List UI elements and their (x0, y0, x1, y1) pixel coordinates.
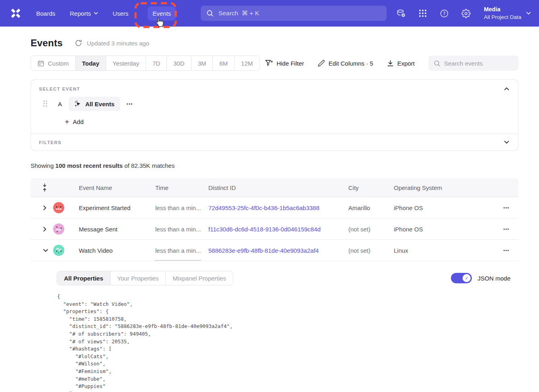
date-option-30d[interactable]: 30D (167, 56, 191, 70)
properties-tabs: All Properties Your Properties Mixpanel … (57, 271, 233, 285)
table-toolbar: Hide Filter Edit Columns · 5 (265, 56, 518, 71)
hide-filter-button[interactable]: Hide Filter (265, 60, 304, 67)
chevron-down-icon (94, 12, 98, 15)
events-content: Events Updated 3 minutes ago (0, 37, 539, 392)
search-icon (434, 60, 440, 67)
collapse-rows-icon[interactable] (42, 183, 53, 192)
drag-handle[interactable] (43, 101, 47, 107)
date-option-yesterday[interactable]: Yesterday (106, 56, 146, 70)
chevron-down-icon (526, 12, 531, 15)
event-time: less than a min... (155, 247, 208, 254)
distinct-id-link[interactable]: f11c30d6-dc6d-4518-9136-0d046159c84d (208, 226, 348, 233)
user-avatar[interactable] (53, 245, 64, 256)
event-name: Experiment Started (79, 204, 155, 211)
add-event-button[interactable]: + Add (65, 118, 84, 126)
nav-item-users[interactable]: Users (113, 10, 128, 17)
global-search[interactable] (201, 6, 387, 21)
settings-icon[interactable] (461, 8, 471, 18)
filters-section: FILTERS (31, 134, 518, 151)
col-event-name[interactable]: Event Name (79, 184, 155, 191)
col-city[interactable]: City (348, 184, 394, 191)
expand-row-icon[interactable] (42, 225, 53, 233)
event-os: iPhone OS (394, 226, 494, 233)
event-time: less than a min... (155, 204, 208, 211)
project-name: Media (484, 6, 521, 14)
expand-filters-icon[interactable] (503, 140, 510, 145)
mixpanel-events-page: Boards Reports Users Events (0, 0, 539, 392)
tab-your-properties[interactable]: Your Properties (110, 271, 166, 285)
search-events-input[interactable] (444, 60, 513, 67)
nav-item-events[interactable]: Events (148, 6, 176, 21)
project-switcher[interactable]: Media All Project Data (484, 6, 531, 21)
table-header: Event Name Time Distinct ID City Operati… (31, 178, 518, 197)
calendar-icon (37, 60, 44, 67)
col-operating-system[interactable]: Operating System (394, 184, 494, 191)
collapse-row-icon[interactable] (42, 248, 53, 254)
results-summary: Showing100 most recent resultsof 82.35K … (31, 162, 518, 169)
edit-columns-button[interactable]: Edit Columns · 5 (318, 60, 373, 67)
event-os: Linux (394, 247, 494, 254)
distinct-id-link[interactable]: 72d49553-25fc-4f0c-b436-1b5ac6ab3388 (208, 204, 348, 211)
plus-icon: + (65, 118, 69, 126)
query-builder-card: SELECT EVENT A (31, 79, 518, 151)
col-time[interactable]: Time (155, 184, 208, 191)
nav-utilities: ? Media All Project Data (396, 6, 531, 21)
expand-row-icon[interactable] (42, 204, 53, 212)
search-events[interactable] (428, 56, 518, 71)
user-avatar[interactable] (53, 223, 64, 235)
help-icon[interactable]: ? (440, 8, 449, 18)
json-mode-toggle[interactable]: ✓ (451, 273, 472, 283)
row-actions-button[interactable]: ••• (503, 227, 509, 231)
date-option-today[interactable]: Today (75, 56, 106, 70)
event-time: less than a min... (155, 226, 208, 233)
nav-item-boards[interactable]: Boards (36, 10, 56, 17)
events-table: Event Name Time Distinct ID City Operati… (31, 178, 518, 392)
project-subtitle: All Project Data (484, 14, 521, 21)
nav-item-reports[interactable]: Reports (70, 10, 99, 17)
col-distinct-id[interactable]: Distinct ID (208, 184, 348, 191)
date-option-6m[interactable]: 6M (212, 56, 234, 70)
results-count: 100 most recent results (56, 162, 123, 169)
select-event-section: SELECT EVENT A (31, 80, 518, 134)
table-row-expanded: Watch Video less than a min... 5886283e-… (31, 240, 518, 261)
pencil-icon (318, 60, 325, 67)
date-option-3m[interactable]: 3M (191, 56, 213, 70)
controls-row: Custom Today Yesterday 7D 30D 3M 6M 12M (31, 56, 518, 71)
json-mode-control: ✓ JSON mode (451, 273, 510, 283)
download-icon (387, 60, 394, 67)
toggle-check-icon: ✓ (463, 274, 471, 282)
distinct-id-link[interactable]: 5886283e-e9fb-48fb-81de-40e9093a2af4 (208, 247, 348, 254)
date-option-7d[interactable]: 7D (146, 56, 167, 70)
date-option-12m[interactable]: 12M (234, 56, 259, 70)
tab-mixpanel-properties[interactable]: Mixpanel Properties (165, 271, 233, 285)
event-city: Amarillo (348, 204, 394, 211)
row-actions-button[interactable]: ••• (503, 206, 509, 210)
event-name: Watch Video (79, 247, 155, 254)
svg-text:?: ? (443, 10, 446, 16)
search-icon (206, 10, 214, 17)
event-more-button[interactable]: ••• (127, 101, 133, 106)
select-event-label: SELECT EVENT (39, 87, 80, 91)
page-header: Events Updated 3 minutes ago (31, 37, 518, 49)
event-query-row: A All Events (39, 97, 510, 111)
event-os: iPhone OS (394, 204, 494, 211)
row-actions-button[interactable]: ••• (503, 248, 509, 253)
data-management-icon[interactable] (396, 8, 406, 18)
user-avatar[interactable] (53, 202, 64, 213)
global-search-input[interactable] (218, 10, 381, 17)
primary-nav: Boards Reports Users Events (36, 6, 176, 21)
event-city: (not set) (348, 226, 394, 233)
mixpanel-logo-icon[interactable] (9, 6, 23, 20)
tab-all-properties[interactable]: All Properties (57, 271, 110, 285)
date-option-custom[interactable]: Custom (31, 56, 75, 70)
refresh-icon[interactable] (75, 39, 82, 47)
top-nav: Boards Reports Users Events (0, 0, 539, 27)
page-title: Events (31, 37, 63, 49)
event-row-letter: A (58, 101, 62, 107)
event-selector-chip[interactable]: All Events (69, 97, 120, 111)
event-cursor-icon (74, 100, 82, 107)
collapse-section-icon[interactable] (503, 86, 510, 91)
date-range-picker: Custom Today Yesterday 7D 30D 3M 6M 12M (31, 56, 260, 71)
export-button[interactable]: Export (387, 60, 415, 67)
apps-grid-icon[interactable] (418, 8, 428, 18)
